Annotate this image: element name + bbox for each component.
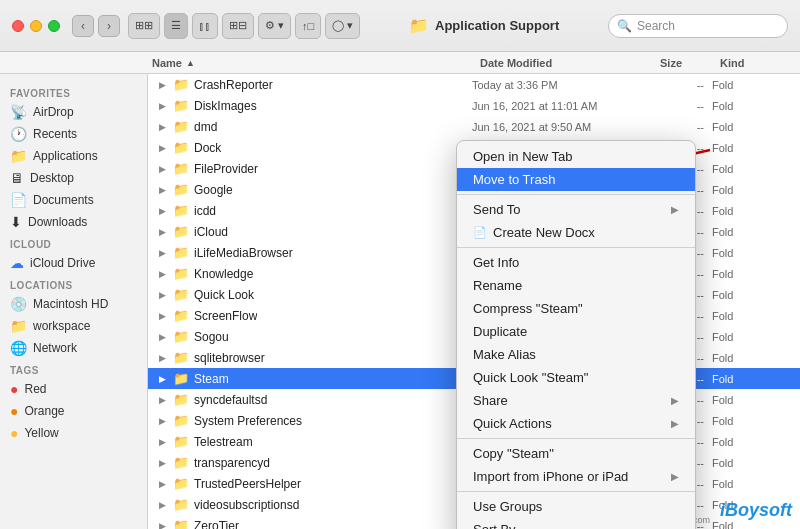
ctx-make-alias[interactable]: Make Alias xyxy=(457,343,695,366)
sidebar-item-network[interactable]: 🌐 Network xyxy=(0,337,147,359)
tag-orange-icon: ● xyxy=(10,403,18,419)
ctx-quick-actions[interactable]: Quick Actions ▶ xyxy=(457,412,695,435)
disclosure-icon: ▶ xyxy=(156,206,168,216)
disclosure-icon: ▶ xyxy=(156,458,168,468)
ctx-get-info[interactable]: Get Info xyxy=(457,251,695,274)
ctx-import-iphone[interactable]: Import from iPhone or iPad ▶ xyxy=(457,465,695,488)
sidebar: Favorites 📡 AirDrop 🕐 Recents 📁 Applicat… xyxy=(0,74,148,529)
folder-icon: 📁 xyxy=(173,455,189,470)
ctx-arrow-share: ▶ xyxy=(671,395,679,406)
network-label: Network xyxy=(33,341,77,355)
sidebar-item-desktop[interactable]: 🖥 Desktop xyxy=(0,167,147,189)
disclosure-icon: ▶ xyxy=(156,332,168,342)
sidebar-item-tag-orange[interactable]: ● Orange xyxy=(0,400,147,422)
sidebar-item-airdrop[interactable]: 📡 AirDrop xyxy=(0,101,147,123)
icloud-icon: ☁ xyxy=(10,255,24,271)
ctx-rename[interactable]: Rename xyxy=(457,274,695,297)
icloud-drive-label: iCloud Drive xyxy=(30,256,95,270)
col-header-name[interactable]: Name ▲ xyxy=(148,57,480,69)
sidebar-item-applications[interactable]: 📁 Applications xyxy=(0,145,147,167)
ctx-arrow-send-to: ▶ xyxy=(671,204,679,215)
disclosure-icon: ▶ xyxy=(156,437,168,447)
col-header-size[interactable]: Size xyxy=(660,57,720,69)
sidebar-item-documents[interactable]: 📄 Documents xyxy=(0,189,147,211)
disclosure-icon: ▶ xyxy=(156,143,168,153)
maximize-button[interactable] xyxy=(48,20,60,32)
folder-icon: 📁 xyxy=(173,77,189,92)
applications-label: Applications xyxy=(33,149,98,163)
sidebar-item-recents[interactable]: 🕐 Recents xyxy=(0,123,147,145)
ctx-create-new-docx[interactable]: 📄 Create New Docx xyxy=(457,221,695,244)
col-header-date[interactable]: Date Modified xyxy=(480,57,660,69)
sidebar-item-tag-red[interactable]: ● Red xyxy=(0,378,147,400)
sidebar-item-macintosh-hd[interactable]: 💿 Macintosh HD xyxy=(0,293,147,315)
disclosure-icon: ▶ xyxy=(156,479,168,489)
ctx-compress[interactable]: Compress "Steam" xyxy=(457,297,695,320)
tag-yellow-label: Yellow xyxy=(24,426,58,440)
tag-red-label: Red xyxy=(24,382,46,396)
tag-red-icon: ● xyxy=(10,381,18,397)
disclosure-icon: ▶ xyxy=(156,227,168,237)
folder-icon: 📁 xyxy=(173,350,189,365)
action-button[interactable]: ↑□ xyxy=(295,13,321,39)
documents-label: Documents xyxy=(33,193,94,207)
ctx-send-to[interactable]: Send To ▶ xyxy=(457,198,695,221)
folder-icon: 📁 xyxy=(173,98,189,113)
ctx-separator-4 xyxy=(457,491,695,492)
disclosure-icon: ▶ xyxy=(156,80,168,90)
sidebar-item-tag-yellow[interactable]: ● Yellow xyxy=(0,422,147,444)
folder-icon: 📁 xyxy=(173,266,189,281)
window-title-text: Application Support xyxy=(435,18,559,33)
recents-icon: 🕐 xyxy=(10,126,27,142)
tag-button[interactable]: ◯ ▾ xyxy=(325,13,360,39)
ctx-duplicate[interactable]: Duplicate xyxy=(457,320,695,343)
search-box[interactable]: 🔍 Search xyxy=(608,14,788,38)
col-header-kind[interactable]: Kind xyxy=(720,57,800,69)
disclosure-icon: ▶ xyxy=(156,395,168,405)
ctx-separator-2 xyxy=(457,247,695,248)
sidebar-section-favorites: Favorites xyxy=(0,82,147,101)
disclosure-icon: ▶ xyxy=(156,269,168,279)
network-icon: 🌐 xyxy=(10,340,27,356)
ctx-separator-1 xyxy=(457,194,695,195)
close-button[interactable] xyxy=(12,20,24,32)
ctx-move-to-trash[interactable]: Move to Trash xyxy=(457,168,695,191)
gallery-view-button[interactable]: ⊞⊟ xyxy=(222,13,254,39)
ctx-copy-steam[interactable]: Copy "Steam" xyxy=(457,442,695,465)
desktop-icon: 🖥 xyxy=(10,170,24,186)
disclosure-icon: ▶ xyxy=(156,521,168,530)
ctx-use-groups[interactable]: Use Groups xyxy=(457,495,695,518)
icon-view-button[interactable]: ⊞⊞ xyxy=(128,13,160,39)
back-button[interactable]: ‹ xyxy=(72,15,94,37)
list-view-button[interactable]: ☰ xyxy=(164,13,188,39)
macintosh-hd-label: Macintosh HD xyxy=(33,297,108,311)
window-title: 📁 Application Support xyxy=(409,16,559,35)
nav-buttons: ‹ › xyxy=(72,15,120,37)
ctx-quick-look[interactable]: Quick Look "Steam" xyxy=(457,366,695,389)
view-controls: ⊞⊞ ☰ ⫿⫿ ⊞⊟ ⚙ ▾ ↑□ ◯ ▾ xyxy=(128,13,360,39)
disclosure-icon: ▶ xyxy=(156,500,168,510)
search-placeholder: Search xyxy=(637,19,675,33)
forward-button[interactable]: › xyxy=(98,15,120,37)
folder-icon: 📁 xyxy=(173,287,189,302)
disclosure-icon: ▶ xyxy=(156,416,168,426)
context-menu: Open in New Tab Move to Trash Send To ▶ … xyxy=(456,140,696,529)
sidebar-item-workspace[interactable]: 📁 workspace xyxy=(0,315,147,337)
column-view-button[interactable]: ⫿⫿ xyxy=(192,13,218,39)
sidebar-item-downloads[interactable]: ⬇ Downloads xyxy=(0,211,147,233)
ctx-open-new-tab[interactable]: Open in New Tab xyxy=(457,145,695,168)
table-row[interactable]: ▶📁dmd Jun 16, 2021 at 9:50 AM -- Fold xyxy=(148,116,800,137)
sort-button[interactable]: ⚙ ▾ xyxy=(258,13,291,39)
table-row[interactable]: ▶📁DiskImages Jun 16, 2021 at 11:01 AM --… xyxy=(148,95,800,116)
ctx-share[interactable]: Share ▶ xyxy=(457,389,695,412)
table-row[interactable]: ▶📁CrashReporter Today at 3:36 PM -- Fold xyxy=(148,74,800,95)
folder-icon: 📁 xyxy=(173,182,189,197)
ctx-separator-3 xyxy=(457,438,695,439)
sidebar-item-icloud-drive[interactable]: ☁ iCloud Drive xyxy=(0,252,147,274)
downloads-label: Downloads xyxy=(28,215,87,229)
ctx-sort-by[interactable]: Sort By xyxy=(457,518,695,529)
sidebar-section-icloud: iCloud xyxy=(0,233,147,252)
disclosure-icon: ▶ xyxy=(156,185,168,195)
minimize-button[interactable] xyxy=(30,20,42,32)
applications-icon: 📁 xyxy=(10,148,27,164)
